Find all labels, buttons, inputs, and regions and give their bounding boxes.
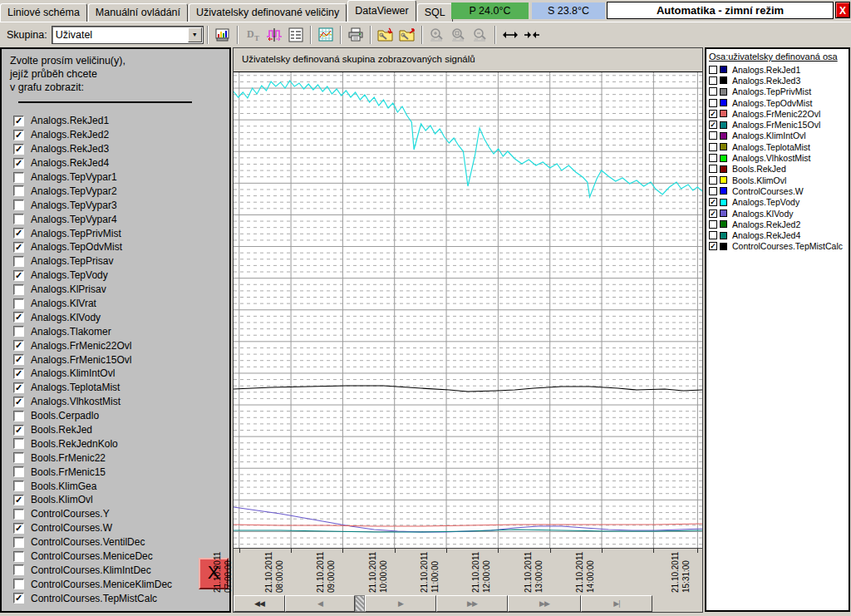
signal-checkbox-row[interactable]: ✓Bools.RekJed <box>2 423 229 437</box>
checkbox-checked[interactable]: ✓ <box>13 228 24 239</box>
axis-signal-row[interactable]: Analogs.KlimIntOvl <box>709 131 849 141</box>
signal-checkbox-row[interactable]: ✓ControlCourses.W <box>2 521 229 535</box>
scrollbar-thumb[interactable] <box>355 595 365 612</box>
checkbox-unchecked[interactable] <box>13 326 24 337</box>
signal-checkbox-row[interactable]: ControlCourses.Y <box>2 507 229 521</box>
checkbox-unchecked[interactable] <box>13 551 24 562</box>
signal-checkbox-row[interactable]: ✓Analogs.FrMenic15Ovl <box>2 352 229 367</box>
checkbox-checked[interactable]: ✓ <box>13 523 24 534</box>
checkbox-checked[interactable]: ✓ <box>709 198 717 206</box>
signal-checkbox-row[interactable]: ✓Bools.KlimOvl <box>2 493 229 507</box>
checkbox-unchecked[interactable] <box>709 176 717 185</box>
signal-checkbox-row[interactable]: ✓Analogs.TeplotaMist <box>2 381 229 395</box>
checkbox-checked[interactable]: ✓ <box>13 130 24 140</box>
checkbox-checked[interactable]: ✓ <box>13 495 24 505</box>
signal-checkbox-row[interactable]: Analogs.TepPrisav <box>2 254 229 269</box>
checkbox-unchecked[interactable] <box>709 76 717 85</box>
checkbox-unchecked[interactable] <box>13 564 24 575</box>
tab-manu-ln-ovl-d-n-[interactable]: Manuální ovládání <box>88 3 188 22</box>
tab-u-ivatelsky-definovan-veli-iny[interactable]: Uživatelsky definované veličiny <box>189 3 347 22</box>
axis-signal-row[interactable]: Analogs.TepPrivMist <box>709 86 849 97</box>
collapse-horizontal-icon[interactable] <box>521 25 543 45</box>
grid-chart-icon[interactable] <box>315 25 337 45</box>
checkbox-unchecked[interactable] <box>709 66 717 74</box>
signal-checkbox-row[interactable]: ✓Analogs.FrMenic22Ovl <box>2 338 229 352</box>
checkbox-unchecked[interactable] <box>13 256 24 267</box>
checkbox-checked[interactable]: ✓ <box>13 116 24 126</box>
checkbox-unchecked[interactable] <box>709 165 717 173</box>
nav-last-button[interactable]: ▶| <box>581 595 652 612</box>
checkbox-unchecked[interactable] <box>709 131 717 140</box>
checkbox-checked[interactable]: ✓ <box>13 354 24 365</box>
signal-checkbox-row[interactable]: Bools.FrMenic22 <box>2 451 229 465</box>
checkbox-unchecked[interactable] <box>709 99 717 107</box>
tab-liniov-sch-ma[interactable]: Liniové schéma <box>0 3 87 22</box>
signal-checkbox-row[interactable]: ✓Analogs.KlimIntOvl <box>2 367 229 381</box>
signal-checkbox-row[interactable]: Bools.FrMenic15 <box>2 465 229 479</box>
checkbox-unchecked[interactable] <box>13 452 24 463</box>
window-close-button[interactable]: X <box>835 2 850 18</box>
checkbox-unchecked[interactable] <box>13 185 24 196</box>
checkbox-unchecked[interactable] <box>13 509 24 520</box>
signal-checkbox-row[interactable]: Analogs.TepVypar4 <box>2 212 229 226</box>
checkbox-checked[interactable]: ✓ <box>13 144 24 155</box>
nav-fast-forward-button[interactable]: ▶▶ <box>508 595 581 612</box>
axis-signal-row[interactable]: ✓ControlCourses.TepMistCalc <box>709 241 849 252</box>
tab-sql[interactable]: SQL <box>417 3 453 22</box>
axis-signal-row[interactable]: Bools.RekJed <box>709 164 849 175</box>
signal-list-icon[interactable] <box>285 25 307 45</box>
checkbox-checked[interactable]: ✓ <box>709 209 717 218</box>
signal-checkbox-row[interactable]: ControlCourses.MeniceKlimDec <box>2 577 229 591</box>
zoom-box-icon[interactable] <box>448 25 470 45</box>
signal-checkbox-row[interactable]: ✓Analogs.RekJed3 <box>2 142 229 156</box>
axis-signal-row[interactable]: Analogs.RekJed1 <box>709 64 849 75</box>
signal-checkbox-row[interactable]: Bools.RekJednKolo <box>2 436 229 451</box>
axis-signal-row[interactable]: Analogs.VlhkostMist <box>709 152 849 163</box>
checkbox-checked[interactable]: ✓ <box>709 121 717 129</box>
checkbox-checked[interactable]: ✓ <box>13 270 24 281</box>
signal-checkbox-row[interactable]: ControlCourses.KlimIntDec <box>2 564 229 578</box>
dt-text-icon[interactable]: DT <box>242 25 263 45</box>
checkbox-unchecked[interactable] <box>13 200 24 210</box>
signal-checkbox-row[interactable]: ✓Analogs.RekJed2 <box>2 128 229 142</box>
nav-prev-button[interactable]: ◀ <box>285 595 355 612</box>
nav-play-button[interactable]: ▶ <box>365 595 436 612</box>
zoom-in-icon[interactable] <box>426 25 448 45</box>
signal-checkbox-row[interactable]: Bools.Cerpadlo <box>2 409 229 423</box>
checkbox-checked[interactable]: ✓ <box>13 312 24 323</box>
signal-checkbox-row[interactable]: ✓Analogs.RekJed1 <box>2 114 229 128</box>
checkbox-checked[interactable]: ✓ <box>13 242 24 253</box>
checkbox-unchecked[interactable] <box>13 579 24 589</box>
axis-signal-row[interactable]: Bools.KlimOvl <box>709 175 849 185</box>
checkbox-checked[interactable]: ✓ <box>13 340 24 351</box>
signal-checkbox-row[interactable]: Analogs.TepVypar2 <box>2 184 229 198</box>
axis-signal-row[interactable]: ControlCourses.W <box>709 185 849 196</box>
checkbox-unchecked[interactable] <box>709 220 717 229</box>
checkbox-unchecked[interactable] <box>13 480 24 491</box>
signal-checkbox-row[interactable]: ✓Analogs.KlVody <box>2 310 229 324</box>
axis-signal-row[interactable]: ✓Analogs.FrMenic22Ovl <box>709 108 849 119</box>
signal-checkbox-row[interactable]: Bools.KlimGea <box>2 479 229 493</box>
group-dropdown[interactable]: Uživatel ▼ <box>52 26 204 44</box>
checkbox-checked[interactable]: ✓ <box>13 397 24 407</box>
axis-signal-row[interactable]: ✓Analogs.KlVody <box>709 208 849 219</box>
checkbox-unchecked[interactable] <box>13 438 24 449</box>
axis-signal-row[interactable]: Analogs.TeplotaMist <box>709 141 849 152</box>
checkbox-unchecked[interactable] <box>13 172 24 183</box>
checkbox-unchecked[interactable] <box>709 154 717 162</box>
checkbox-checked[interactable]: ✓ <box>13 382 24 393</box>
axis-signal-row[interactable]: ✓Analogs.TepVody <box>709 197 849 208</box>
signal-checkbox-row[interactable]: Analogs.KlPrisav <box>2 283 229 297</box>
tab-dataviewer[interactable]: DataViewer <box>347 0 416 22</box>
signal-checkbox-row[interactable]: Analogs.Tlakomer <box>2 324 229 338</box>
axis-signal-row[interactable]: Analogs.RekJed3 <box>709 75 849 86</box>
signal-checkbox-row[interactable]: Analogs.TepVypar1 <box>2 170 229 185</box>
axis-signal-row[interactable]: Analogs.RekJed4 <box>709 229 849 240</box>
checkbox-unchecked[interactable] <box>13 298 24 309</box>
save-config-icon[interactable] <box>396 25 418 45</box>
chart-display-icon[interactable] <box>212 25 234 45</box>
signal-checkbox-row[interactable]: ✓Analogs.TepPrivMist <box>2 226 229 240</box>
checkbox-unchecked[interactable] <box>709 87 717 96</box>
checkbox-checked[interactable]: ✓ <box>13 593 24 604</box>
signal-checkbox-row[interactable]: Analogs.TepVypar3 <box>2 198 229 212</box>
